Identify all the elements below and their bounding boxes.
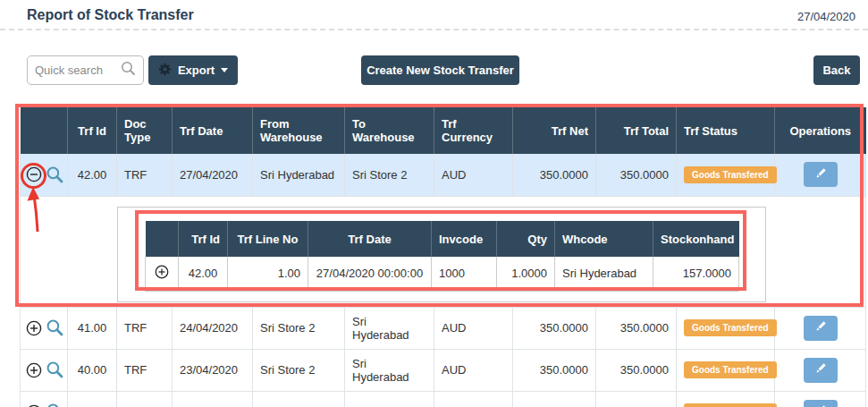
back-button-label: Back [822, 64, 850, 77]
cell-to-warehouse: Sri Hyderabad [345, 307, 434, 349]
cell-trf-currency: AUD [434, 349, 513, 391]
table-header-row: Trf Id Doc Type Trf Date From Warehouse … [21, 107, 866, 154]
detail-header-qty: Qty [497, 221, 555, 257]
cell-trf-net: 350.0000 [513, 349, 596, 391]
status-badge: Goods Transfered [684, 166, 777, 183]
table-row: 40.00 TRF 23/04/2020 Sri Store 2 Sri Hyd… [21, 349, 866, 391]
header-operations: Operations [775, 107, 866, 154]
cell-trf-currency: AUD [434, 391, 513, 407]
cell-trf-currency: AUD [434, 154, 513, 196]
expand-line-icon[interactable] [155, 268, 169, 282]
cell-trf-date: 23/04/2020 [173, 391, 253, 407]
detail-cell-trf-date: 27/04/2020 00:00:00 [308, 257, 432, 291]
detail-cell-stockonhand: 157.0000 [653, 257, 739, 291]
collapse-row-icon[interactable] [26, 167, 46, 181]
search-icon [121, 61, 136, 80]
cell-trf-date: 23/04/2020 [173, 349, 253, 391]
cell-doc-type: TRF [117, 307, 173, 349]
cell-from-warehouse: Sri Store 2 [253, 307, 345, 349]
cell-doc-type: TRF [117, 391, 173, 407]
cell-doc-type: TRF [117, 154, 173, 196]
view-row-icon[interactable] [46, 362, 64, 376]
edit-row-button[interactable] [804, 358, 838, 383]
stock-transfer-report-page: Report of Stock Transfer 27/04/2020 Expo… [0, 0, 868, 407]
report-date: 27/04/2020 [797, 10, 855, 23]
cell-trf-total: 4,001.0000 [596, 391, 677, 407]
toolbar: Export Create New Stock Transfer Back [0, 55, 868, 86]
header-trf-status: Trf Status [677, 107, 775, 154]
view-row-icon[interactable] [46, 320, 64, 334]
detail-panel: Trf Id Trf Line No Trf Date Invcode Qty … [117, 207, 766, 302]
status-badge: Goods Transfered [684, 319, 777, 336]
detail-cell-trf-id: 42.00 [179, 257, 228, 291]
pencil-icon [814, 167, 827, 182]
search-input[interactable] [35, 64, 121, 77]
cell-to-warehouse: Sri Store 2 [345, 391, 434, 407]
cell-from-warehouse: Sri Hyderabad [253, 391, 345, 407]
detail-header-trf-id: Trf Id [179, 221, 228, 257]
detail-cell-qty: 1.0000 [497, 257, 555, 291]
cell-trf-total: 350.0000 [596, 349, 677, 391]
detail-header-trf-line-no: Trf Line No [228, 221, 308, 257]
stock-transfer-table: Trf Id Doc Type Trf Date From Warehouse … [20, 107, 865, 407]
header-expand-col [21, 107, 68, 154]
detail-header-invcode: Invcode [432, 221, 497, 257]
header-trf-total: Trf Total [596, 107, 677, 154]
table-row: 41.00 TRF 24/04/2020 Sri Store 2 Sri Hyd… [21, 307, 866, 349]
detail-cell-trf-line-no: 1.00 [228, 257, 308, 291]
cell-from-warehouse: Sri Store 2 [253, 349, 345, 391]
cell-trf-date: 27/04/2020 [173, 154, 253, 196]
create-button-label: Create New Stock Transfer [367, 64, 514, 77]
export-button[interactable]: Export [148, 55, 238, 85]
header-trf-net: Trf Net [513, 107, 596, 154]
cell-trf-id: 41.00 [68, 307, 117, 349]
detail-header-stockonhand: Stockonhand [653, 221, 739, 257]
create-new-stock-transfer-button[interactable]: Create New Stock Transfer [361, 55, 519, 85]
edit-row-button[interactable] [804, 400, 838, 407]
status-badge: Goods Transfered [684, 403, 777, 407]
detail-header-row: Trf Id Trf Line No Trf Date Invcode Qty … [146, 221, 739, 257]
cell-to-warehouse: Sri Store 2 [345, 154, 434, 196]
detail-header-trf-date: Trf Date [308, 221, 432, 257]
detail-row: 42.00 1.00 27/04/2020 00:00:00 1000 1.00… [146, 257, 739, 291]
expand-row-icon[interactable] [26, 362, 46, 376]
cell-trf-net: 4,001.0000 [513, 391, 596, 407]
expanded-detail-row: Trf Id Trf Line No Trf Date Invcode Qty … [21, 196, 866, 307]
chevron-down-icon [221, 68, 228, 72]
status-badge: Goods Transfered [684, 361, 777, 378]
pencil-icon [814, 320, 827, 335]
back-button[interactable]: Back [813, 55, 860, 85]
detail-cell-whcode: Sri Hyderabad [555, 257, 653, 291]
cell-trf-total: 350.0000 [596, 307, 677, 349]
detail-header-expand-col [146, 221, 179, 257]
detail-cell-invcode: 1000 [432, 257, 497, 291]
cell-trf-currency: AUD [434, 307, 513, 349]
edit-row-button[interactable] [804, 162, 838, 187]
header-trf-date: Trf Date [173, 107, 253, 154]
gear-icon [158, 63, 172, 79]
header-from-warehouse: From Warehouse [253, 107, 345, 154]
table-row: 39.00 TRF 23/04/2020 Sri Hyderabad Sri S… [21, 391, 866, 407]
expand-row-icon[interactable] [26, 320, 46, 334]
table-row: 42.00 TRF 27/04/2020 Sri Hyderabad Sri S… [21, 154, 866, 196]
cell-trf-id: 39.00 [68, 391, 117, 407]
cell-to-warehouse: Sri Hyderabad [345, 349, 434, 391]
cell-trf-net: 350.0000 [513, 154, 596, 196]
header-to-warehouse: To Warehouse [345, 107, 434, 154]
header-doc-type: Doc Type [117, 107, 173, 154]
edit-row-button[interactable] [804, 316, 838, 341]
quick-search-box[interactable] [27, 55, 144, 85]
cell-trf-date: 24/04/2020 [173, 307, 253, 349]
cell-trf-id: 42.00 [68, 154, 117, 196]
header-trf-id: Trf Id [68, 107, 117, 154]
page-title: Report of Stock Transfer [27, 7, 194, 23]
cell-trf-id: 40.00 [68, 349, 117, 391]
cell-from-warehouse: Sri Hyderabad [253, 154, 345, 196]
detail-header-whcode: Whcode [555, 221, 653, 257]
cell-trf-net: 350.0000 [513, 307, 596, 349]
cell-doc-type: TRF [117, 349, 173, 391]
export-button-label: Export [178, 64, 215, 77]
title-bar: Report of Stock Transfer 27/04/2020 [0, 0, 868, 30]
header-trf-currency: Trf Currency [434, 107, 513, 154]
view-row-icon[interactable] [46, 167, 64, 181]
